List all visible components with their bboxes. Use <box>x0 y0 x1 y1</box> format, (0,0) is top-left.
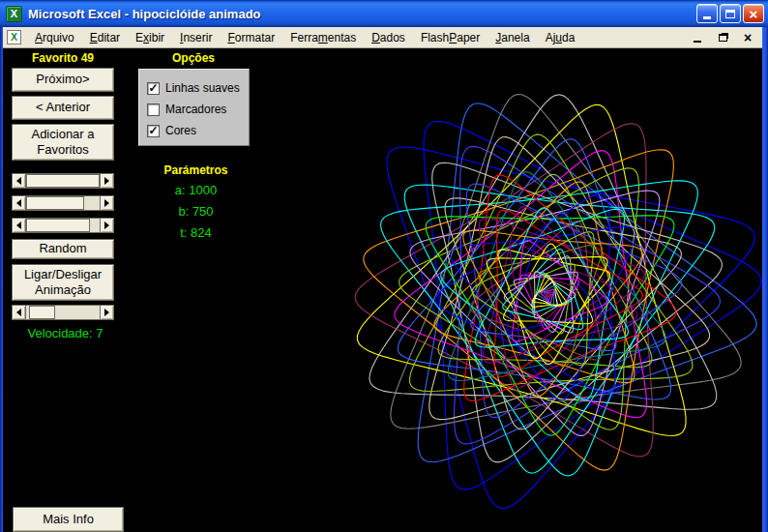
checkbox-box-icon[interactable] <box>147 125 160 137</box>
workbook-restore-button[interactable] <box>716 31 729 44</box>
slider-b-right-arrow[interactable] <box>100 195 114 211</box>
slider-b-track[interactable] <box>26 195 100 211</box>
slider-b-thumb[interactable] <box>26 196 84 210</box>
slider-t-thumb[interactable] <box>26 219 90 232</box>
window-title: Microsoft Excel - hipociclóide animado <box>28 7 694 21</box>
slider-t-left-arrow[interactable] <box>12 218 26 233</box>
slider-t-track[interactable] <box>26 218 100 233</box>
minimize-icon <box>703 16 711 19</box>
arrow-left-icon <box>13 222 21 229</box>
arrow-right-icon <box>104 177 113 185</box>
workbook-icon[interactable]: X <box>7 30 21 44</box>
window-maximize-button[interactable] <box>720 4 741 23</box>
maximize-icon <box>725 10 735 18</box>
toggle-animation-button[interactable]: Ligar/Desligar Animação <box>12 264 114 301</box>
menu-item-editar[interactable]: Editar <box>82 28 128 47</box>
slider-speed-thumb[interactable] <box>29 306 55 319</box>
slider-b[interactable] <box>12 195 114 211</box>
parameter-b: b: 750 <box>135 204 256 219</box>
menu-item-formatar[interactable]: Formatar <box>220 28 282 47</box>
window-border-right <box>762 27 768 532</box>
slider-b-left-arrow[interactable] <box>12 195 26 211</box>
menu-item-arquivo[interactable]: Arquivo <box>27 28 82 47</box>
checkbox-label: Cores <box>165 124 196 137</box>
workbook-window-controls: × <box>691 31 762 44</box>
slider-a-thumb[interactable] <box>26 174 100 188</box>
slider-a-right-arrow[interactable] <box>100 173 114 189</box>
slider-speed[interactable] <box>12 305 114 320</box>
window-minimize-button[interactable] <box>696 4 718 23</box>
menu-item-exibir[interactable]: Exibir <box>128 28 172 47</box>
slider-a-left-arrow[interactable] <box>12 173 26 189</box>
slider-speed-track[interactable] <box>26 305 100 320</box>
workbook-restore-icon <box>719 34 727 42</box>
checkbox-label: Marcadores <box>165 103 226 116</box>
title-bar: X Microsoft Excel - hipociclóide animado… <box>0 0 768 27</box>
worksheet-area: Favorito 49 Próximo> < Anterior Adiciona… <box>3 48 762 532</box>
arrow-left-icon <box>13 177 21 185</box>
slider-a-track[interactable] <box>26 173 100 189</box>
checkbox-marcadores[interactable]: Marcadores <box>147 99 249 120</box>
workbook-minimize-button[interactable] <box>691 31 704 44</box>
arrow-right-icon <box>104 222 113 229</box>
speed-label: Velocidade: 7 <box>5 326 126 340</box>
checkbox-box-icon[interactable] <box>147 103 160 116</box>
previous-button[interactable]: < Anterior <box>12 96 114 120</box>
excel-window: X Microsoft Excel - hipociclóide animado… <box>0 0 768 532</box>
checkbox-linhas-suaves[interactable]: Linhas suaves <box>147 77 249 99</box>
slider-a[interactable] <box>12 173 114 189</box>
checkbox-cores[interactable]: Cores <box>147 120 249 141</box>
slider-speed-left-arrow[interactable] <box>12 305 26 320</box>
menu-item-flashpaper[interactable]: FlashPaper <box>413 28 487 47</box>
arrow-right-icon <box>104 199 113 207</box>
checkbox-box-icon[interactable] <box>147 82 160 95</box>
menu-items: ArquivoEditarExibirInserirFormatarFerram… <box>27 27 582 47</box>
parameters-title: Parámetros <box>135 163 256 177</box>
arrow-left-icon <box>13 199 21 207</box>
arrow-right-icon <box>104 309 113 316</box>
parameter-a: a: 1000 <box>135 183 256 197</box>
arrow-left-icon <box>13 309 21 316</box>
add-to-favorites-button[interactable]: Adicionar a Favoritos <box>12 124 114 161</box>
menu-item-ajuda[interactable]: Ajuda <box>538 28 583 47</box>
slider-speed-right-arrow[interactable] <box>100 305 114 320</box>
close-icon: × <box>750 7 758 21</box>
window-close-button[interactable]: × <box>743 4 764 23</box>
random-button[interactable]: Random <box>12 239 114 259</box>
next-button[interactable]: Próximo> <box>12 68 114 92</box>
workbook-close-icon: × <box>744 32 752 44</box>
menu-item-inserir[interactable]: Inserir <box>172 28 220 47</box>
menu-item-ferramentas[interactable]: Ferramentas <box>282 28 364 47</box>
options-title: Opções <box>135 51 251 65</box>
workbook-close-button[interactable]: × <box>741 31 754 44</box>
slider-t-right-arrow[interactable] <box>100 218 114 233</box>
workbook-minimize-icon <box>694 41 701 43</box>
checkbox-label: Linhas suaves <box>165 81 240 95</box>
parameter-t: t: 824 <box>135 225 256 240</box>
slider-t[interactable] <box>12 218 114 233</box>
excel-app-icon: X <box>6 6 22 22</box>
hypocycloid-canvas <box>3 48 762 532</box>
menu-item-dados[interactable]: Dados <box>364 28 413 47</box>
menu-bar: X ArquivoEditarExibirInserirFormatarFerr… <box>3 27 762 48</box>
options-panel: Linhas suaves Marcadores Cores <box>138 69 250 146</box>
menu-item-janela[interactable]: Janela <box>487 28 537 47</box>
more-info-button[interactable]: Mais Info <box>13 507 124 532</box>
favorite-label: Favorito 49 <box>12 51 114 65</box>
